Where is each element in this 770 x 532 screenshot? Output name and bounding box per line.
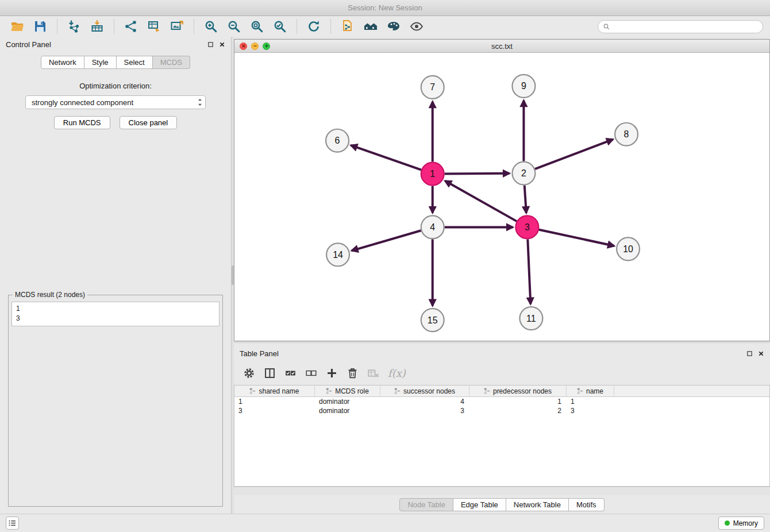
zoom-in-button[interactable] — [201, 18, 221, 35]
table-cell[interactable]: 1 — [234, 397, 315, 406]
table-row[interactable]: 3dominator323 — [234, 406, 769, 415]
optimization-criterion-label: Optimization criterion: — [8, 82, 223, 90]
home-panels-button[interactable] — [360, 18, 381, 35]
delete-row-button[interactable] — [346, 367, 359, 379]
export-image-button[interactable] — [167, 18, 187, 35]
application-window: Session: New Session — [0, 0, 770, 532]
dropdown-arrows-icon — [197, 97, 203, 107]
zoom-selected-button[interactable] — [270, 18, 290, 35]
graph-edge-1-6[interactable] — [351, 145, 421, 170]
open-file-button[interactable] — [7, 18, 28, 35]
delete-table-button[interactable] — [367, 367, 379, 379]
import-table-button[interactable] — [87, 18, 107, 35]
criterion-dropdown[interactable]: strongly connected component — [25, 95, 206, 109]
network-window-titlebar[interactable]: scc.txt — [234, 40, 769, 53]
table-cell[interactable]: 3 — [567, 406, 614, 415]
refresh-button[interactable] — [303, 18, 324, 35]
minimize-icon — [253, 44, 257, 48]
tab-network-table[interactable]: Network Table — [506, 498, 569, 511]
export-table-button[interactable] — [144, 18, 164, 35]
column-header-mcds-role[interactable]: MCDS role — [315, 385, 380, 396]
table-settings-button[interactable] — [243, 367, 255, 379]
float-panel-icon[interactable] — [207, 41, 214, 48]
column-header-empty — [614, 385, 769, 396]
toolbar-separator — [194, 19, 194, 34]
table-panel: Table Panel — [234, 346, 770, 514]
table-cell[interactable]: dominator — [315, 397, 380, 406]
graph-edge-2-8[interactable] — [535, 140, 613, 169]
save-icon — [33, 20, 47, 33]
search-box[interactable] — [598, 20, 763, 33]
float-table-panel-icon[interactable] — [746, 350, 753, 357]
import-table-icon — [90, 20, 104, 33]
tab-select[interactable]: Select — [117, 56, 153, 69]
table-panel-title: Table Panel — [240, 349, 279, 358]
graph-edge-2-3[interactable] — [525, 186, 526, 213]
table-row[interactable]: 1dominator411 — [234, 397, 769, 406]
close-icon — [241, 44, 246, 48]
close-panel-button[interactable]: Close panel — [120, 116, 178, 129]
save-session-button[interactable] — [30, 18, 51, 35]
column-header-name[interactable]: name — [567, 385, 614, 396]
import-network-button[interactable] — [64, 18, 84, 35]
graph-edge-3-10[interactable] — [539, 230, 614, 246]
tab-style[interactable]: Style — [84, 56, 117, 69]
splitter-handle[interactable] — [232, 265, 234, 285]
zoom-fit-button[interactable] — [247, 18, 267, 35]
graph-node-label: 4 — [430, 222, 435, 232]
window-close-button[interactable] — [240, 43, 247, 50]
run-mcds-button[interactable]: Run MCDS — [54, 116, 110, 129]
columns-icon — [264, 367, 276, 379]
network-graph-svg[interactable]: 1234678910111415 — [234, 53, 769, 341]
unchecked-boxes-icon — [305, 367, 317, 379]
clone-network-button[interactable] — [337, 18, 358, 35]
close-table-panel-icon[interactable] — [758, 350, 764, 357]
table-cell[interactable]: 3 — [380, 406, 469, 415]
table-scrollbar-strip[interactable] — [234, 487, 770, 495]
new-network-button[interactable] — [121, 18, 141, 35]
zoom-out-button[interactable] — [224, 18, 244, 35]
window-minimize-button[interactable] — [251, 43, 259, 50]
control-panel-tabs: Network Style Select MCDS — [0, 52, 231, 72]
column-header-successor-nodes[interactable]: successor nodes — [380, 385, 469, 396]
workspace-column: scc.txt 1234678910111415 Table Panel — [234, 37, 770, 514]
search-input[interactable] — [613, 22, 758, 30]
table-cell[interactable]: 4 — [380, 397, 469, 406]
node-table-body[interactable]: 1dominator4113dominator323 — [234, 397, 769, 486]
show-hide-button[interactable] — [406, 18, 427, 35]
mcds-result-box: MCDS result (2 nodes) 1 3 — [8, 291, 223, 507]
memory-button[interactable]: Memory — [718, 516, 764, 530]
criterion-dropdown-value: strongly connected component — [32, 98, 133, 107]
column-header-predecessor-nodes[interactable]: predecessor nodes — [469, 385, 567, 396]
graph-edge-4-14[interactable] — [352, 230, 421, 250]
graph-edge-3-11[interactable] — [528, 239, 530, 304]
column-header-shared-name[interactable]: shared name — [234, 385, 315, 396]
table-cell[interactable]: dominator — [315, 406, 380, 415]
tab-motifs[interactable]: Motifs — [569, 498, 605, 511]
graph-edge-1-2[interactable] — [445, 174, 510, 174]
panel-splitter[interactable] — [231, 37, 234, 514]
close-panel-icon[interactable] — [219, 41, 225, 48]
tab-edge-table[interactable]: Edge Table — [453, 498, 506, 511]
mcds-result-text[interactable]: 1 3 — [11, 302, 220, 326]
table-cell[interactable]: 1 — [567, 397, 614, 406]
function-builder-button[interactable]: f(x) — [388, 367, 406, 379]
table-cell[interactable]: 3 — [234, 406, 315, 415]
tab-mcds[interactable]: MCDS — [153, 56, 190, 69]
show-panels-button[interactable] — [6, 516, 19, 530]
add-row-button[interactable] — [326, 367, 338, 379]
show-columns-button[interactable] — [264, 367, 276, 379]
window-zoom-button[interactable] — [263, 43, 270, 50]
select-all-button[interactable] — [284, 367, 297, 379]
column-tree-icon — [577, 388, 583, 394]
network-canvas[interactable]: 1234678910111415 — [234, 53, 769, 341]
tab-network[interactable]: Network — [41, 56, 84, 69]
apply-style-button[interactable] — [383, 18, 404, 35]
column-tree-icon — [394, 388, 401, 394]
table-cell[interactable]: 1 — [469, 397, 567, 406]
table-cell[interactable]: 2 — [469, 406, 567, 415]
deselect-all-button[interactable] — [305, 367, 317, 379]
graph-edge-3-1[interactable] — [445, 181, 517, 221]
home-icon — [364, 20, 378, 33]
tab-node-table[interactable]: Node Table — [399, 498, 453, 511]
